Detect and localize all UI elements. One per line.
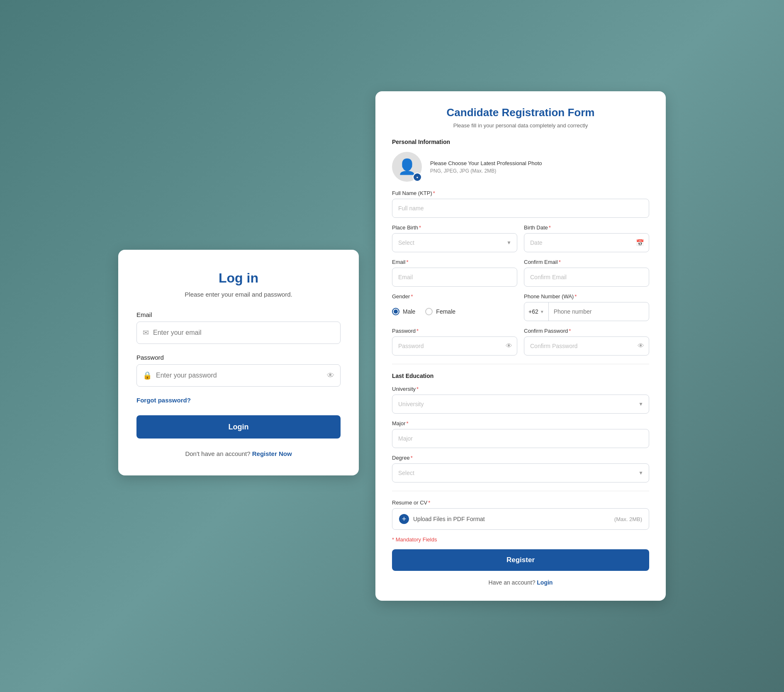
reg-password-input[interactable] [392,336,517,356]
university-select[interactable]: University [392,395,649,414]
birth-date-label: Birth Date* [524,224,649,231]
university-label: University* [392,386,649,392]
degree-select-wrap: Select ▼ [392,463,649,482]
email-field: Email* [392,259,517,287]
password-field-label: Password [136,354,341,361]
photo-text: Please Choose Your Latest Professional P… [430,160,542,174]
degree-select[interactable]: Select [392,463,649,482]
phone-field: Phone Number (WA)* +62 ▼ [524,293,649,321]
confirm-email-field: Confirm Email* [524,259,649,287]
toggle-password-icon[interactable]: 👁 [327,371,334,380]
gender-female-label: Female [436,308,455,315]
password-input[interactable] [156,372,327,379]
gender-male-radio[interactable] [392,308,399,315]
upload-plus-icon: + [399,514,409,524]
major-label: Major* [392,420,649,426]
email-input[interactable] [153,329,334,336]
place-birth-select-wrap: Select ▼ [392,233,517,252]
birth-date-field: Birth Date* 📅 [524,224,649,252]
forgot-password-link[interactable]: Forgot password? [136,397,341,404]
email-input-wrap: ✉ [136,322,341,344]
full-name-label: Full Name (KTP)* [392,190,649,196]
register-prompt: Don't have an account? Register Now [136,450,341,457]
toggle-reg-password-icon[interactable]: 👁 [506,342,512,350]
camera-badge [413,173,422,182]
degree-field: Degree* Select ▼ [392,455,649,482]
toggle-confirm-password-icon[interactable]: 👁 [638,342,644,350]
gender-label: Gender* [392,293,517,300]
full-name-input[interactable] [392,199,649,218]
password-input-wrap: 🔒 👁 [136,364,341,387]
section-divider-2 [392,491,649,491]
phone-wrap: +62 ▼ [524,302,649,321]
login-button[interactable]: Login [136,415,341,439]
confirm-email-input[interactable] [524,268,649,287]
phone-label: Phone Number (WA)* [524,293,649,300]
calendar-icon: 📅 [636,239,644,247]
password-row: Password* 👁 Confirm Password* 👁 [392,328,649,356]
resume-label: Resume or CV* [392,500,649,506]
register-now-link[interactable]: Register Now [252,450,292,457]
email-row: Email* Confirm Email* [392,259,649,287]
reg-password-field: Password* 👁 [392,328,517,356]
login-subtitle: Please enter your email and password. [136,291,341,298]
avatar-icon: 👤 [398,158,416,175]
confirm-password-label: Confirm Password* [524,328,649,334]
confirm-password-field: Confirm Password* 👁 [524,328,649,356]
upload-text: Upload Files in PDF Format [413,516,485,522]
birth-date-wrap: 📅 [524,233,649,252]
reg-password-wrap: 👁 [392,336,517,356]
birth-date-input[interactable] [524,233,649,252]
resume-field: Resume or CV* + Upload Files in PDF Form… [392,500,649,530]
gender-options: Male Female [392,302,517,321]
login-prompt-text: Have an account? [489,579,536,586]
email-icon: ✉ [143,328,149,337]
gender-female-option[interactable]: Female [425,308,455,315]
upload-box[interactable]: + Upload Files in PDF Format (Max. 2MB) [392,508,649,530]
section-divider [392,364,649,364]
email-field-label: Email [136,311,341,318]
upload-left: + Upload Files in PDF Format [399,514,485,524]
gender-male-label: Male [403,308,415,315]
login-prompt: Have an account? Login [392,579,649,586]
phone-chevron-icon: ▼ [540,309,544,314]
gender-field: Gender* Male Female [392,293,517,321]
gender-male-option[interactable]: Male [392,308,415,315]
photo-main-text: Please Choose Your Latest Professional P… [430,160,542,166]
mandatory-note: * Mandatory Fields [392,536,649,543]
last-education-label: Last Education [392,373,649,379]
university-field: University* University ▼ [392,386,649,414]
reg-email-input[interactable] [392,268,517,287]
photo-row: 👤 Please Choose Your Latest Professional… [392,152,649,182]
major-input[interactable] [392,429,649,448]
major-field: Major* [392,420,649,448]
phone-prefix[interactable]: +62 ▼ [524,302,549,321]
birth-row: Place Birth* Select ▼ Birth Date* 📅 [392,224,649,252]
reg-email-label: Email* [392,259,517,265]
registration-card: Candidate Registration Form Please fill … [375,91,666,601]
lock-icon: 🔒 [143,371,152,380]
avatar-upload[interactable]: 👤 [392,152,422,182]
university-select-wrap: University ▼ [392,395,649,414]
phone-prefix-text: +62 [528,308,538,315]
register-button[interactable]: Register [392,549,649,571]
place-birth-field: Place Birth* Select ▼ [392,224,517,252]
full-name-field: Full Name (KTP)* [392,190,649,218]
login-link[interactable]: Login [537,579,553,586]
gender-phone-row: Gender* Male Female Phone Number (WA)* +… [392,293,649,321]
reg-title: Candidate Registration Form [392,106,649,119]
degree-label: Degree* [392,455,649,461]
reg-password-label: Password* [392,328,517,334]
personal-info-label: Personal Information [392,139,649,145]
reg-subtitle: Please fill in your personal data comple… [392,122,649,129]
login-title: Log in [136,270,341,286]
register-prompt-text: Don't have an account? [185,450,250,457]
confirm-password-input[interactable] [524,336,649,356]
confirm-password-wrap: 👁 [524,336,649,356]
gender-female-radio[interactable] [425,308,433,315]
phone-input[interactable] [549,308,649,315]
place-birth-label: Place Birth* [392,224,517,231]
photo-sub-text: PNG, JPEG, JPG (Max. 2MB) [430,168,542,174]
upload-max-text: (Max. 2MB) [614,516,642,522]
place-birth-select[interactable]: Select [392,233,517,252]
